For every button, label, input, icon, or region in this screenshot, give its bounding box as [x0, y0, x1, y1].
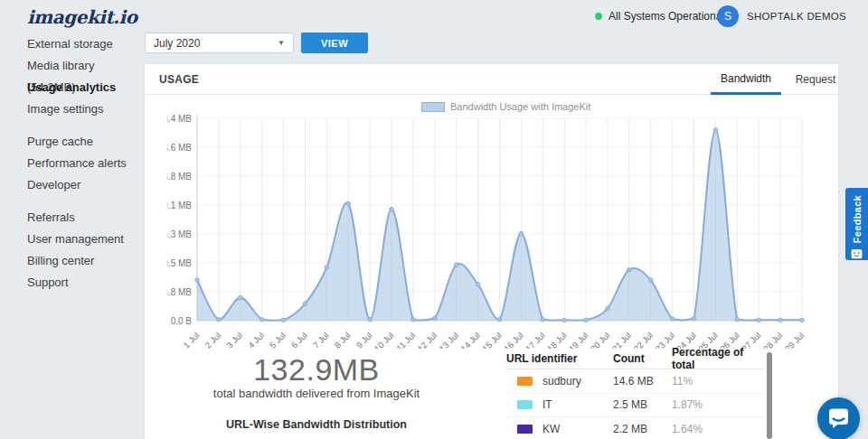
- month-select-value: July 2020: [154, 37, 200, 50]
- svg-text:8 Jul: 8 Jul: [333, 331, 353, 349]
- tab-bandwidth[interactable]: Bandwidth: [711, 64, 781, 95]
- table-scrollbar[interactable]: [767, 352, 772, 439]
- url-identifier-cell: sudbury: [542, 375, 581, 388]
- y-axis-labels: 33.4 MB28.6 MB23.8 MB19.1 MB14.3 MB9.5 M…: [167, 114, 192, 326]
- header-percentage: Percentage of total: [672, 346, 764, 371]
- header-count: Count: [613, 352, 672, 365]
- url-identifier-cell: KW: [542, 423, 560, 435]
- status-dot-icon: [595, 13, 602, 20]
- table-body: sudbury14.6 MB11%IT2.5 MB1.87%KW2.2 MB1.…: [506, 369, 764, 439]
- svg-text:16 Jul: 16 Jul: [502, 331, 525, 349]
- url-distribution-title: URL-Wise Bandwidth Distribution: [172, 418, 461, 431]
- table-row: sudbury14.6 MB11%: [506, 369, 764, 394]
- svg-text:12 Jul: 12 Jul: [416, 331, 439, 349]
- svg-text:28 Jul: 28 Jul: [761, 331, 785, 349]
- url-identifier-cell: IT: [542, 398, 552, 411]
- svg-text:14 Jul: 14 Jul: [458, 331, 482, 349]
- sidebar-item-user-management[interactable]: User management: [0, 229, 145, 250]
- sidebar-item-performance-alerts[interactable]: Performance alerts: [0, 153, 145, 174]
- bandwidth-area-chart: 33.4 MB28.6 MB23.8 MB19.1 MB14.3 MB9.5 M…: [167, 110, 845, 349]
- svg-text:10 Jul: 10 Jul: [373, 331, 396, 349]
- header-url-identifier: URL identifier: [506, 352, 613, 365]
- table-row: KW2.2 MB1.64%: [506, 417, 764, 439]
- svg-text:14.3 MB: 14.3 MB: [167, 229, 192, 239]
- svg-text:19 Jul: 19 Jul: [567, 331, 590, 349]
- feedback-label: Feedback: [852, 195, 863, 243]
- series-color-swatch: [517, 400, 533, 409]
- sidebar-item-usage-analytics[interactable]: Usage analytics: [0, 77, 145, 98]
- svg-text:29 Jul: 29 Jul: [783, 331, 807, 349]
- svg-text:21 Jul: 21 Jul: [610, 331, 634, 349]
- svg-text:2 Jul: 2 Jul: [203, 331, 222, 349]
- usage-panel-title: USAGE: [159, 73, 199, 86]
- sidebar-group: External storageMedia library (54.2MB)Us…: [0, 33, 145, 120]
- chevron-down-icon: ▼: [278, 39, 285, 47]
- svg-text:13 Jul: 13 Jul: [437, 331, 460, 349]
- total-bandwidth-value: 132.9MB: [172, 352, 461, 388]
- sidebar-nav: External storageMedia library (54.2MB)Us…: [0, 33, 145, 304]
- account-name: SHOPTALK DEMOS: [747, 11, 846, 22]
- status-text: All Systems Operational: [609, 10, 724, 23]
- account-menu[interactable]: S SHOPTALK DEMOS: [717, 5, 846, 27]
- table-header-row: URL identifier Count Percentage of total: [506, 349, 764, 369]
- count-cell: 2.2 MB: [613, 423, 672, 435]
- sidebar-item-billing-center[interactable]: Billing center: [0, 250, 145, 272]
- month-select-dropdown[interactable]: July 2020 ▼: [145, 33, 294, 53]
- imagekit-logo[interactable]: imagekit.io: [27, 6, 137, 28]
- url-bandwidth-table: URL identifier Count Percentage of total…: [506, 349, 764, 439]
- svg-text:4 Jul: 4 Jul: [246, 331, 266, 349]
- percentage-cell: 1.87%: [672, 398, 764, 411]
- table-row: IT2.5 MB1.87%: [506, 394, 764, 418]
- svg-text:11 Jul: 11 Jul: [394, 331, 417, 349]
- svg-text:28.6 MB: 28.6 MB: [167, 143, 192, 153]
- svg-text:1 Jul: 1 Jul: [181, 331, 201, 349]
- svg-text:5 Jul: 5 Jul: [268, 331, 288, 349]
- svg-text:6 Jul: 6 Jul: [289, 331, 309, 349]
- usage-tabs: Bandwidth Request: [711, 64, 841, 95]
- percentage-cell: 11%: [672, 375, 764, 388]
- svg-text:19.1 MB: 19.1 MB: [167, 201, 192, 210]
- svg-text:17 Jul: 17 Jul: [524, 331, 547, 349]
- sidebar-item-image-settings[interactable]: Image settings: [0, 98, 145, 120]
- percentage-cell: 1.64%: [672, 423, 764, 435]
- sidebar-group: Purge cachePerformance alertsDeveloper: [0, 131, 145, 196]
- sidebar-item-referrals[interactable]: Referrals: [0, 207, 145, 229]
- svg-text:4.8 MB: 4.8 MB: [167, 287, 192, 297]
- svg-text:3 Jul: 3 Jul: [224, 331, 244, 349]
- usage-analytics-page: imagekit.io All Systems Operational S SH…: [0, 0, 868, 439]
- sidebar-item-media-library-54-2mb[interactable]: Media library (54.2MB): [0, 55, 145, 77]
- avatar[interactable]: S: [717, 5, 739, 27]
- sidebar-item-support[interactable]: Support: [0, 272, 145, 294]
- svg-text:18 Jul: 18 Jul: [545, 331, 569, 349]
- svg-text:9 Jul: 9 Jul: [354, 331, 374, 349]
- sidebar-item-external-storage[interactable]: External storage: [0, 33, 145, 55]
- view-button[interactable]: VIEW: [301, 33, 368, 53]
- system-status: All Systems Operational: [595, 10, 724, 23]
- series-color-swatch: [517, 425, 533, 434]
- count-cell: 2.5 MB: [613, 398, 672, 411]
- svg-text:33.4 MB: 33.4 MB: [167, 114, 192, 124]
- svg-text:15 Jul: 15 Jul: [480, 331, 504, 349]
- feedback-tab[interactable]: Feedback: [845, 188, 868, 260]
- feedback-smiley-icon: [851, 248, 863, 260]
- svg-text:22 Jul: 22 Jul: [631, 331, 655, 349]
- svg-text:0.0 B: 0.0 B: [171, 316, 193, 326]
- sidebar-group: ReferralsUser managementBilling centerSu…: [0, 207, 145, 294]
- series-color-swatch: [517, 377, 533, 386]
- count-cell: 14.6 MB: [613, 375, 672, 388]
- sidebar-item-developer[interactable]: Developer: [0, 174, 145, 196]
- tab-request[interactable]: Request: [790, 64, 841, 95]
- svg-text:23.8 MB: 23.8 MB: [167, 172, 192, 182]
- chat-launcher-button[interactable]: [817, 397, 860, 439]
- total-bandwidth-caption: total bandwidth delivered from ImageKit: [172, 387, 461, 400]
- svg-text:20 Jul: 20 Jul: [589, 331, 612, 349]
- chat-bubble-icon: [817, 397, 860, 439]
- svg-text:7 Jul: 7 Jul: [311, 331, 331, 349]
- sidebar-item-purge-cache[interactable]: Purge cache: [0, 131, 145, 153]
- svg-text:9.5 MB: 9.5 MB: [167, 258, 192, 268]
